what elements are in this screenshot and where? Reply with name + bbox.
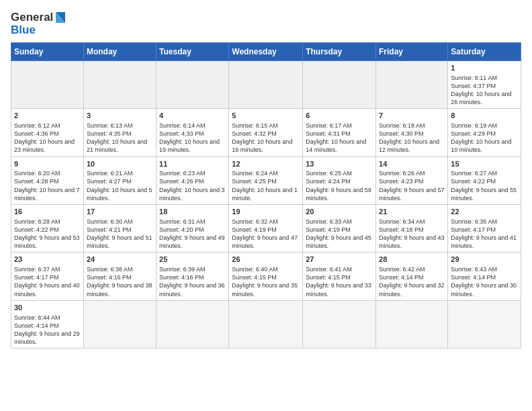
calendar-day-cell	[83, 300, 156, 348]
day-info: Sunrise: 6:44 AM Sunset: 4:14 PM Dayligh…	[14, 314, 81, 347]
calendar-day-cell: 18Sunrise: 6:31 AM Sunset: 4:20 PM Dayli…	[157, 204, 229, 252]
day-info: Sunrise: 6:17 AM Sunset: 4:31 PM Dayligh…	[306, 122, 373, 154]
calendar-day-cell	[376, 300, 448, 348]
day-number: 28	[379, 255, 445, 265]
day-number: 27	[306, 255, 373, 265]
day-info: Sunrise: 6:23 AM Sunset: 4:26 PM Dayligh…	[159, 169, 226, 202]
calendar-day-cell: 21Sunrise: 6:34 AM Sunset: 4:18 PM Dayli…	[376, 204, 448, 252]
calendar-day-cell: 10Sunrise: 6:21 AM Sunset: 4:27 PM Dayli…	[83, 156, 156, 204]
calendar-week-row: 1Sunrise: 6:11 AM Sunset: 4:37 PM Daylig…	[11, 60, 521, 108]
day-number: 16	[14, 207, 81, 217]
day-number: 30	[14, 303, 81, 313]
day-info: Sunrise: 6:33 AM Sunset: 4:19 PM Dayligh…	[306, 218, 373, 250]
calendar-day-cell: 1Sunrise: 6:11 AM Sunset: 4:37 PM Daylig…	[448, 60, 521, 108]
calendar-day-cell: 26Sunrise: 6:40 AM Sunset: 4:15 PM Dayli…	[229, 253, 303, 300]
calendar: Sunday Monday Tuesday Wednesday Thursday…	[11, 42, 521, 349]
calendar-day-cell: 28Sunrise: 6:42 AM Sunset: 4:14 PM Dayli…	[376, 253, 448, 300]
col-wednesday: Wednesday	[229, 42, 303, 60]
calendar-day-cell: 14Sunrise: 6:26 AM Sunset: 4:23 PM Dayli…	[376, 156, 448, 204]
day-number: 29	[451, 255, 518, 265]
day-info: Sunrise: 6:28 AM Sunset: 4:22 PM Dayligh…	[14, 218, 81, 250]
calendar-day-cell	[229, 300, 303, 348]
calendar-day-cell	[11, 60, 84, 108]
calendar-day-cell	[303, 300, 376, 348]
calendar-day-cell: 11Sunrise: 6:23 AM Sunset: 4:26 PM Dayli…	[157, 156, 229, 204]
calendar-day-cell: 7Sunrise: 6:18 AM Sunset: 4:30 PM Daylig…	[376, 109, 448, 156]
logo-blue: Blue	[11, 24, 36, 37]
day-number: 4	[159, 111, 226, 121]
calendar-day-cell: 27Sunrise: 6:41 AM Sunset: 4:15 PM Dayli…	[303, 253, 376, 300]
calendar-day-cell: 29Sunrise: 6:43 AM Sunset: 4:14 PM Dayli…	[448, 253, 521, 300]
calendar-day-cell: 15Sunrise: 6:27 AM Sunset: 4:22 PM Dayli…	[448, 156, 521, 204]
calendar-day-cell	[157, 300, 229, 348]
day-info: Sunrise: 6:39 AM Sunset: 4:16 PM Dayligh…	[159, 265, 226, 298]
day-info: Sunrise: 6:37 AM Sunset: 4:17 PM Dayligh…	[14, 265, 81, 298]
calendar-week-row: 2Sunrise: 6:12 AM Sunset: 4:36 PM Daylig…	[11, 109, 521, 156]
day-number: 11	[159, 159, 226, 169]
calendar-day-cell: 6Sunrise: 6:17 AM Sunset: 4:31 PM Daylig…	[303, 109, 376, 156]
calendar-day-cell	[157, 60, 229, 108]
calendar-day-cell: 3Sunrise: 6:13 AM Sunset: 4:35 PM Daylig…	[83, 109, 156, 156]
calendar-week-row: 23Sunrise: 6:37 AM Sunset: 4:17 PM Dayli…	[11, 253, 521, 300]
day-number: 24	[87, 255, 153, 265]
day-info: Sunrise: 6:21 AM Sunset: 4:27 PM Dayligh…	[87, 169, 153, 202]
day-number: 9	[14, 159, 81, 169]
calendar-day-cell: 4Sunrise: 6:14 AM Sunset: 4:33 PM Daylig…	[157, 109, 229, 156]
calendar-day-cell: 20Sunrise: 6:33 AM Sunset: 4:19 PM Dayli…	[303, 204, 376, 252]
day-info: Sunrise: 6:11 AM Sunset: 4:37 PM Dayligh…	[451, 74, 518, 107]
day-number: 25	[159, 255, 226, 265]
day-info: Sunrise: 6:27 AM Sunset: 4:22 PM Dayligh…	[451, 169, 518, 202]
day-info: Sunrise: 6:34 AM Sunset: 4:18 PM Dayligh…	[379, 218, 445, 250]
calendar-day-cell: 8Sunrise: 6:19 AM Sunset: 4:29 PM Daylig…	[448, 109, 521, 156]
logo: General Blue	[11, 11, 66, 37]
calendar-day-cell: 2Sunrise: 6:12 AM Sunset: 4:36 PM Daylig…	[11, 109, 84, 156]
day-info: Sunrise: 6:30 AM Sunset: 4:21 PM Dayligh…	[87, 218, 153, 250]
calendar-day-cell	[448, 300, 521, 348]
calendar-day-cell: 9Sunrise: 6:20 AM Sunset: 4:28 PM Daylig…	[11, 156, 84, 204]
calendar-day-cell: 30Sunrise: 6:44 AM Sunset: 4:14 PM Dayli…	[11, 300, 84, 348]
calendar-day-cell	[303, 60, 376, 108]
day-number: 6	[306, 111, 373, 121]
day-info: Sunrise: 6:25 AM Sunset: 4:24 PM Dayligh…	[306, 169, 373, 202]
day-number: 22	[451, 207, 518, 217]
day-number: 26	[232, 255, 300, 265]
day-info: Sunrise: 6:14 AM Sunset: 4:33 PM Dayligh…	[159, 122, 226, 154]
calendar-day-cell: 22Sunrise: 6:35 AM Sunset: 4:17 PM Dayli…	[448, 204, 521, 252]
day-info: Sunrise: 6:12 AM Sunset: 4:36 PM Dayligh…	[14, 122, 81, 154]
col-tuesday: Tuesday	[157, 42, 229, 60]
day-number: 17	[87, 207, 153, 217]
day-info: Sunrise: 6:41 AM Sunset: 4:15 PM Dayligh…	[306, 265, 373, 298]
calendar-day-cell: 17Sunrise: 6:30 AM Sunset: 4:21 PM Dayli…	[83, 204, 156, 252]
day-info: Sunrise: 6:31 AM Sunset: 4:20 PM Dayligh…	[159, 218, 226, 250]
calendar-day-cell	[376, 60, 448, 108]
day-info: Sunrise: 6:38 AM Sunset: 4:16 PM Dayligh…	[87, 265, 153, 298]
calendar-week-row: 9Sunrise: 6:20 AM Sunset: 4:28 PM Daylig…	[11, 156, 521, 204]
day-info: Sunrise: 6:15 AM Sunset: 4:32 PM Dayligh…	[232, 122, 300, 154]
day-info: Sunrise: 6:19 AM Sunset: 4:29 PM Dayligh…	[451, 122, 518, 154]
day-info: Sunrise: 6:40 AM Sunset: 4:15 PM Dayligh…	[232, 265, 300, 298]
calendar-day-cell: 24Sunrise: 6:38 AM Sunset: 4:16 PM Dayli…	[83, 253, 156, 300]
day-number: 7	[379, 111, 445, 121]
day-info: Sunrise: 6:26 AM Sunset: 4:23 PM Dayligh…	[379, 169, 445, 202]
day-number: 13	[306, 159, 373, 169]
day-number: 21	[379, 207, 445, 217]
header: General Blue	[11, 11, 521, 37]
calendar-day-cell: 25Sunrise: 6:39 AM Sunset: 4:16 PM Dayli…	[157, 253, 229, 300]
day-number: 15	[451, 159, 518, 169]
day-number: 20	[306, 207, 373, 217]
col-thursday: Thursday	[303, 42, 376, 60]
calendar-day-cell: 23Sunrise: 6:37 AM Sunset: 4:17 PM Dayli…	[11, 253, 84, 300]
day-number: 3	[87, 111, 153, 121]
col-monday: Monday	[83, 42, 156, 60]
day-info: Sunrise: 6:43 AM Sunset: 4:14 PM Dayligh…	[451, 265, 518, 298]
day-number: 19	[232, 207, 300, 217]
day-number: 5	[232, 111, 300, 121]
logo-general: General	[11, 11, 53, 24]
col-saturday: Saturday	[448, 42, 521, 60]
calendar-week-row: 30Sunrise: 6:44 AM Sunset: 4:14 PM Dayli…	[11, 300, 521, 348]
calendar-header-row: Sunday Monday Tuesday Wednesday Thursday…	[11, 42, 521, 60]
day-number: 14	[379, 159, 445, 169]
logo-container: General Blue	[11, 11, 66, 37]
calendar-day-cell: 19Sunrise: 6:32 AM Sunset: 4:19 PM Dayli…	[229, 204, 303, 252]
calendar-day-cell: 5Sunrise: 6:15 AM Sunset: 4:32 PM Daylig…	[229, 109, 303, 156]
